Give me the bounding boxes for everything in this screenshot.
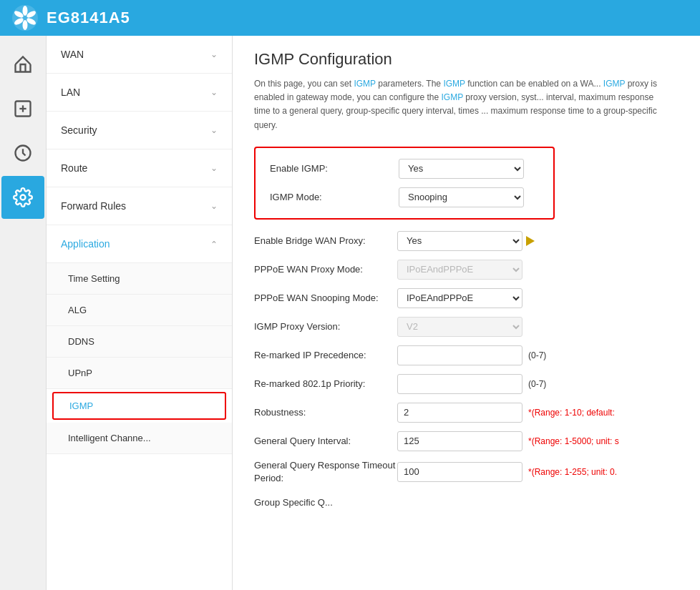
remarked-8021p-priority-hint: (0-7): [528, 379, 546, 389]
igmp-mode-select[interactable]: Snooping Proxy: [399, 187, 524, 207]
app-title: EG8141A5: [47, 9, 130, 27]
chevron-down-icon: ⌄: [210, 125, 218, 135]
sidebar-nav: WAN ⌄ LAN ⌄ Security ⌄ Route ⌄ Forward R…: [47, 36, 233, 590]
pppoe-wan-snooping-mode-row: PPPoE WAN Snooping Mode: IPoEAndPPPoE PP…: [254, 287, 679, 309]
header: EG8141A5: [0, 0, 700, 36]
sidebar-subitem-ddns[interactable]: DDNS: [47, 326, 232, 358]
remarked-ip-precedence-hint: (0-7): [528, 350, 546, 360]
icon-strip: [0, 36, 47, 590]
page-title: IGMP Configuration: [254, 50, 679, 69]
svg-point-1: [23, 6, 28, 16]
sidebar-item-forward-rules[interactable]: Forward Rules ⌄: [47, 187, 232, 225]
remarked-ip-precedence-row: Re-marked IP Precedence: (0-7): [254, 345, 679, 366]
svg-point-11: [21, 195, 26, 200]
home-icon-button[interactable]: [1, 43, 44, 86]
enable-igmp-row: Enable IGMP: Yes No: [270, 159, 539, 179]
chevron-down-icon: ⌄: [210, 163, 218, 173]
sidebar-subitem-igmp[interactable]: IGMP: [52, 392, 226, 420]
sidebar-item-application[interactable]: Application ⌄: [47, 225, 232, 263]
settings-icon-button[interactable]: [1, 176, 44, 219]
pppoe-wan-proxy-mode-select[interactable]: IPoEAndPPPoE PPPoE IPoE: [397, 260, 522, 280]
bridge-wan-proxy-row: Enable Bridge WAN Proxy: Yes No: [254, 230, 679, 252]
chevron-down-icon: ⌄: [210, 87, 218, 97]
sidebar-item-route-label: Route: [61, 162, 87, 174]
general-query-interval-label: General Query Interval:: [254, 435, 397, 448]
main-layout: WAN ⌄ LAN ⌄ Security ⌄ Route ⌄ Forward R…: [0, 36, 700, 590]
sidebar-item-route[interactable]: Route ⌄: [47, 149, 232, 187]
igmp-proxy-version-select[interactable]: V2 V3: [397, 317, 522, 337]
igmp-proxy-version-label: IGMP Proxy Version:: [254, 320, 397, 333]
pppoe-wan-proxy-mode-row: PPPoE WAN Proxy Mode: IPoEAndPPPoE PPPoE…: [254, 259, 679, 280]
sidebar-item-security-label: Security: [61, 124, 97, 136]
sidebar-item-wan-label: WAN: [61, 49, 84, 60]
sidebar-item-forward-rules-label: Forward Rules: [61, 200, 126, 212]
content-area: IGMP Configuration On this page, you can…: [233, 36, 700, 590]
sidebar-item-security[interactable]: Security ⌄: [47, 112, 232, 149]
cursor-icon: [526, 236, 535, 246]
robustness-hint: *(Range: 1-10; default:: [528, 408, 615, 418]
general-query-response-timeout-label: General Query Response Timeout Period:: [254, 459, 397, 485]
huawei-logo-icon: [11, 4, 39, 32]
general-query-response-timeout-row: General Query Response Timeout Period: *…: [254, 459, 679, 485]
enable-igmp-select[interactable]: Yes No: [399, 159, 524, 179]
sidebar-item-lan-label: LAN: [61, 87, 80, 98]
robustness-label: Robustness:: [254, 406, 397, 419]
sidebar-subitem-alg[interactable]: ALG: [47, 295, 232, 326]
remarked-ip-precedence-input[interactable]: [397, 345, 522, 365]
aid-icon-button[interactable]: [1, 87, 44, 130]
sidebar-subitem-intelligent-channel[interactable]: Intelligent Channe...: [47, 423, 232, 454]
bridge-wan-proxy-label: Enable Bridge WAN Proxy:: [254, 235, 397, 247]
enable-igmp-label: Enable IGMP:: [270, 163, 399, 174]
pppoe-wan-proxy-mode-label: PPPoE WAN Proxy Mode:: [254, 263, 397, 276]
sidebar-item-lan[interactable]: LAN ⌄: [47, 74, 232, 112]
svg-point-4: [23, 20, 28, 30]
igmp-mode-row: IGMP Mode: Snooping Proxy: [270, 187, 539, 207]
general-query-response-timeout-hint: *(Range: 1-255; unit: 0.: [528, 467, 617, 477]
igmp-proxy-version-row: IGMP Proxy Version: V2 V3: [254, 316, 679, 338]
sidebar-subitem-upnp[interactable]: UPnP: [47, 358, 232, 389]
group-specific-query-label: Group Specific Q...: [254, 496, 397, 509]
chevron-up-icon: ⌄: [210, 239, 218, 249]
pppoe-wan-snooping-mode-select[interactable]: IPoEAndPPPoE PPPoE IPoE: [397, 288, 522, 308]
remarked-8021p-priority-row: Re-marked 802.1p Priority: (0-7): [254, 373, 679, 395]
sidebar-item-wan[interactable]: WAN ⌄: [47, 36, 232, 74]
general-query-interval-hint: *(Range: 1-5000; unit: s: [528, 436, 619, 446]
group-specific-query-row: Group Specific Q...: [254, 492, 679, 513]
bridge-wan-proxy-select[interactable]: Yes No: [397, 231, 522, 251]
general-query-interval-row: General Query Interval: *(Range: 1-5000;…: [254, 431, 679, 452]
robustness-input[interactable]: [397, 403, 522, 423]
sidebar-subitem-time-setting[interactable]: Time Setting: [47, 263, 232, 295]
chevron-down-icon: ⌄: [210, 201, 218, 211]
page-description: On this page, you can set IGMP parameter…: [254, 77, 669, 132]
igmp-mode-label: IGMP Mode:: [270, 192, 399, 202]
general-query-response-timeout-input[interactable]: [397, 462, 522, 482]
igmp-config-highlighted-box: Enable IGMP: Yes No IGMP Mode: Snooping …: [254, 147, 555, 220]
general-query-interval-input[interactable]: [397, 431, 522, 451]
remarked-ip-precedence-label: Re-marked IP Precedence:: [254, 349, 397, 362]
chevron-down-icon: ⌄: [210, 49, 218, 59]
remarked-8021p-priority-input[interactable]: [397, 374, 522, 394]
pppoe-wan-snooping-mode-label: PPPoE WAN Snooping Mode:: [254, 292, 397, 305]
route-icon-button[interactable]: [1, 132, 44, 174]
remarked-8021p-priority-label: Re-marked 802.1p Priority:: [254, 378, 397, 390]
robustness-row: Robustness: *(Range: 1-10; default:: [254, 402, 679, 423]
sidebar-item-application-label: Application: [61, 238, 110, 250]
